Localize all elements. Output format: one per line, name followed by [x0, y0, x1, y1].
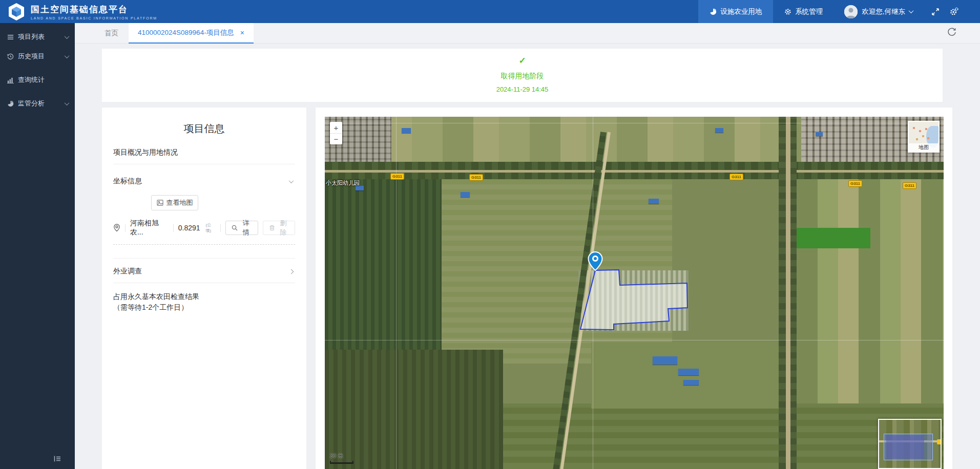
satellite-field-patch: [591, 342, 796, 409]
parcel-area: 0.8291: [178, 224, 200, 232]
close-icon[interactable]: ×: [240, 29, 244, 36]
pie-chart-icon: [710, 8, 717, 15]
overview-minimap[interactable]: [878, 419, 942, 469]
road-shield-g311: G311: [729, 174, 743, 180]
graticule-line: [325, 123, 944, 123]
sidebar-item-label: 历史项目: [18, 52, 45, 61]
detail-label: 详情: [240, 219, 252, 237]
section-label: 项目概况与用地情况: [113, 148, 178, 157]
zoom-out-button[interactable]: −: [330, 133, 342, 144]
chevron-down-icon: [65, 53, 70, 58]
divider: [220, 224, 221, 232]
section-overview-landuse[interactable]: 项目概况与用地情况: [113, 148, 295, 157]
chevron-down-icon: [909, 8, 914, 13]
check-icon: ✓: [102, 55, 943, 66]
basemap-thumbnail-land-dots: [913, 127, 915, 129]
basemap-label: 地图: [909, 143, 939, 152]
gears-icon: [784, 8, 791, 15]
chevron-down-icon: [65, 34, 70, 39]
basemap-switcher[interactable]: 地图: [908, 121, 940, 153]
divider: [125, 224, 126, 232]
delete-button[interactable]: 删除: [263, 221, 295, 235]
sidebar-item-label: 项目列表: [18, 32, 45, 41]
bar-chart-icon: [7, 77, 14, 83]
view-map-label: 查看地图: [166, 198, 193, 207]
view-map-button[interactable]: 查看地图: [151, 195, 198, 210]
section-label: 坐标信息: [113, 177, 142, 186]
chevron-right-icon: [289, 269, 294, 274]
building: [653, 356, 677, 365]
platform-subtitle: LAND AND SPACE BASIC INFORMATION PLATFOR…: [31, 16, 157, 20]
project-info-panel: 项目信息 项目概况与用地情况 坐标信息 查看地图 河南相旭农... 0.8291…: [102, 108, 306, 469]
tab-label: 首页: [105, 29, 118, 38]
stage-name: 取得用地阶段: [102, 72, 943, 81]
history-icon: [7, 53, 14, 60]
scalebar-rule: [330, 461, 353, 464]
map-image-icon: [157, 200, 163, 206]
building: [461, 192, 470, 197]
platform-logo-icon: [7, 3, 26, 21]
nav-item-label: 设施农业用地: [720, 7, 762, 16]
detail-button[interactable]: 详情: [225, 221, 258, 235]
tab-label: 4100002024S089964-项目信息: [138, 28, 234, 37]
chevron-down-icon: [289, 178, 294, 183]
nav-item-system-management[interactable]: 系统管理: [773, 0, 834, 23]
refresh-icon[interactable]: [947, 28, 956, 37]
map-marker-pin-icon[interactable]: [587, 251, 604, 271]
sidebar-item-label: 监管分析: [18, 99, 45, 108]
road-shield-g311: G311: [848, 180, 862, 187]
delete-label: 删除: [278, 219, 289, 237]
map-panel: G311 G311 G311 G311 G311 小太阳幼儿园 + − 地图: [316, 108, 952, 469]
navbar-right-menu: 设施农业用地 系统管理 欢迎您,何继东: [698, 0, 980, 23]
building: [715, 128, 723, 133]
user-avatar: [844, 5, 858, 18]
building: [683, 380, 699, 385]
road-shield-g311: G311: [390, 173, 404, 180]
sidebar-item-query-statistics[interactable]: 查询统计: [0, 70, 75, 90]
user-menu[interactable]: 欢迎您,何继东: [844, 5, 913, 18]
section-field-survey[interactable]: 外业调查: [113, 267, 295, 276]
settings-gear-icon[interactable]: [950, 7, 958, 16]
satellite-greenhouse-rows: [578, 270, 689, 331]
fullscreen-icon[interactable]: [931, 8, 940, 16]
location-pin-icon: [113, 224, 120, 232]
map-zoom-control: + −: [330, 122, 342, 144]
map-canvas[interactable]: G311 G311 G311 G311 G311 小太阳幼儿园 + − 地图: [325, 117, 944, 469]
satellite-forest-patch: [325, 350, 503, 469]
zoom-in-button[interactable]: +: [330, 122, 342, 133]
satellite-road: [786, 117, 790, 469]
minimap-viewport-rect: [884, 434, 933, 460]
sidebar-item-label: 查询统计: [18, 75, 45, 84]
parcel-name: 河南相旭农...: [130, 219, 169, 237]
list-icon: [7, 34, 14, 40]
pie-chart-icon: [7, 100, 14, 107]
note-line-1: 占用永久基本农田检查结果: [113, 291, 295, 302]
scalebar-label: 30 米: [330, 452, 353, 460]
map-scalebar: 30 米: [330, 452, 353, 464]
platform-brand: 国土空间基础信息平台 LAND AND SPACE BASIC INFORMAT…: [31, 4, 157, 20]
farmland-check-note: 占用永久基本农田检查结果 （需等待1-2个工作日）: [113, 291, 295, 313]
left-sidebar: 项目列表 历史项目 查询统计 监管分析: [0, 23, 75, 469]
sidebar-item-supervision-analysis[interactable]: 监管分析: [0, 94, 75, 113]
nav-item-facility-agricultural-land[interactable]: 设施农业用地: [698, 0, 773, 23]
sidebar-spacer: [0, 66, 75, 70]
sidebar-item-project-list[interactable]: 项目列表: [0, 27, 75, 47]
divider: [173, 224, 174, 232]
minimap-road-shield: [937, 439, 941, 444]
tab-bar: 首页 4100002024S089964-项目信息 ×: [75, 23, 980, 44]
nav-item-label: 系统管理: [795, 7, 823, 16]
poi-label-kindergarten: 小太阳幼儿园: [326, 179, 360, 187]
tab-home[interactable]: 首页: [95, 23, 128, 44]
building: [402, 128, 411, 133]
stage-status-card: ✓ 取得用地阶段 2024-11-29 14:45: [102, 49, 943, 102]
trash-icon: [269, 225, 275, 231]
parcel-area-unit: (公顷): [206, 222, 216, 233]
section-coordinate-info[interactable]: 坐标信息: [113, 177, 295, 186]
platform-title: 国土空间基础信息平台: [31, 4, 157, 15]
tab-project-info[interactable]: 4100002024S089964-项目信息 ×: [129, 23, 254, 44]
panel-title: 项目信息: [113, 122, 295, 136]
sidebar-collapse-icon[interactable]: [53, 455, 61, 463]
satellite-tree-line: [779, 117, 786, 469]
graticule-line: [396, 117, 397, 469]
sidebar-item-history-projects[interactable]: 历史项目: [0, 47, 75, 66]
